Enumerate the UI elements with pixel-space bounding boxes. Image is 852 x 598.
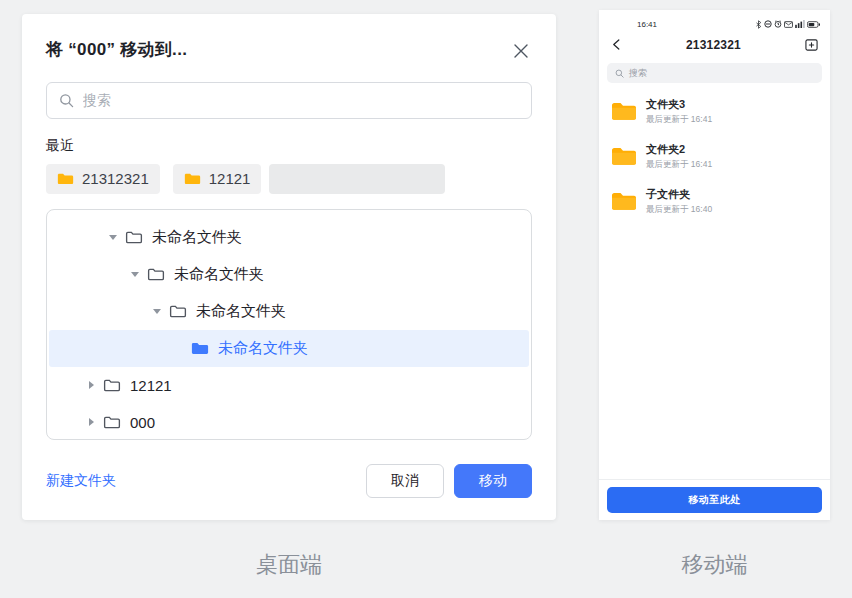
list-item[interactable]: 子文件夹 最后更新于 16:40 [599, 179, 830, 224]
signal-icon [795, 20, 805, 28]
recent-chip-label: 21312321 [82, 170, 149, 187]
search-icon [615, 69, 624, 78]
file-name: 子文件夹 [646, 187, 712, 202]
folder-icon [611, 146, 637, 167]
file-name: 文件夹2 [646, 142, 712, 157]
folder-icon [611, 101, 637, 122]
tree-item[interactable]: 未命名文件夹 [49, 219, 529, 256]
tree-item[interactable]: 未命名文件夹 [49, 256, 529, 293]
mail-icon [784, 21, 793, 28]
caption-desktop: 桌面端 [0, 550, 578, 580]
caret-right-icon[interactable] [81, 381, 101, 389]
new-folder-icon[interactable] [805, 38, 818, 51]
caption-mobile: 移动端 [599, 550, 830, 580]
dnd-icon [764, 20, 772, 28]
file-meta: 最后更新于 16:40 [646, 204, 712, 216]
status-time: 16:41 [637, 20, 657, 29]
status-icons [755, 20, 820, 29]
recent-chip[interactable]: 21312321 [46, 164, 160, 194]
list-item[interactable]: 文件夹3 最后更新于 16:41 [599, 89, 830, 134]
file-meta: 最后更新于 16:41 [646, 159, 712, 171]
tree-item-label: 12121 [130, 377, 172, 394]
tree-item-label: 未命名文件夹 [152, 228, 242, 247]
recent-chip[interactable]: 12121 [173, 164, 262, 194]
search-icon [59, 93, 74, 108]
search-box[interactable] [46, 82, 532, 119]
tree-item-label: 000 [130, 414, 155, 431]
tree-item-label: 未命名文件夹 [174, 265, 264, 284]
close-icon[interactable] [510, 40, 532, 62]
move-button[interactable]: 移动 [454, 464, 532, 498]
back-icon[interactable] [611, 39, 622, 50]
cancel-button[interactable]: 取消 [366, 464, 444, 498]
recent-chips: 21312321 12121 [46, 164, 532, 194]
tree-item[interactable]: 12121 [49, 367, 529, 404]
mobile-file-list: 文件夹3 最后更新于 16:41 文件夹2 最后更新于 16:41 子文 [599, 89, 830, 479]
recent-section-label: 最近 [46, 137, 532, 155]
mobile-footer: 移动至此处 [599, 479, 830, 520]
status-bar: 16:41 [599, 10, 830, 31]
mobile-page-title: 21312321 [686, 38, 741, 52]
alarm-icon [774, 20, 782, 28]
mobile-search-placeholder: 搜索 [629, 67, 647, 80]
caret-down-icon[interactable] [125, 272, 145, 277]
tree-item-selected[interactable]: 未命名文件夹 [49, 330, 529, 367]
folder-icon [184, 172, 201, 186]
caret-right-icon[interactable] [81, 418, 101, 426]
desktop-move-dialog: 将 “000” 移动到... 最近 21312321 [22, 14, 556, 520]
tree-item[interactable]: 未命名文件夹 [49, 293, 529, 330]
dialog-header: 将 “000” 移动到... [46, 38, 532, 62]
search-input[interactable] [83, 92, 519, 108]
dialog-footer: 新建文件夹 取消 移动 [46, 464, 532, 498]
folder-icon [611, 191, 637, 212]
recent-chip-empty[interactable] [269, 164, 445, 194]
file-meta: 最后更新于 16:41 [646, 114, 712, 126]
folder-icon [125, 230, 143, 245]
folder-icon [147, 267, 165, 282]
dialog-title: 将 “000” 移动到... [46, 38, 187, 61]
folder-icon [103, 378, 121, 393]
list-item[interactable]: 文件夹2 最后更新于 16:41 [599, 134, 830, 179]
bluetooth-icon [755, 20, 762, 29]
tree-item[interactable]: 000 [49, 404, 529, 440]
folder-icon [169, 304, 187, 319]
mobile-screen: 16:41 21312321 搜索 [599, 10, 830, 520]
move-here-button[interactable]: 移动至此处 [607, 487, 822, 513]
mobile-search-bar[interactable]: 搜索 [607, 63, 822, 83]
tree-item-label: 未命名文件夹 [196, 302, 286, 321]
folder-icon [103, 415, 121, 430]
folder-icon-selected [191, 341, 209, 356]
mobile-nav-bar: 21312321 [599, 31, 830, 58]
comparison-canvas: 将 “000” 移动到... 最近 21312321 [0, 0, 852, 598]
caret-down-icon[interactable] [147, 309, 167, 314]
battery-icon [807, 21, 820, 28]
recent-chip-label: 12121 [209, 170, 251, 187]
file-name: 文件夹3 [646, 97, 712, 112]
tree-item-label: 未命名文件夹 [218, 339, 308, 358]
new-folder-link[interactable]: 新建文件夹 [46, 472, 116, 490]
folder-icon [57, 172, 74, 186]
folder-tree: 未命名文件夹 未命名文件夹 未命名文件夹 未命名文件 [46, 209, 532, 440]
caret-down-icon[interactable] [103, 235, 123, 240]
